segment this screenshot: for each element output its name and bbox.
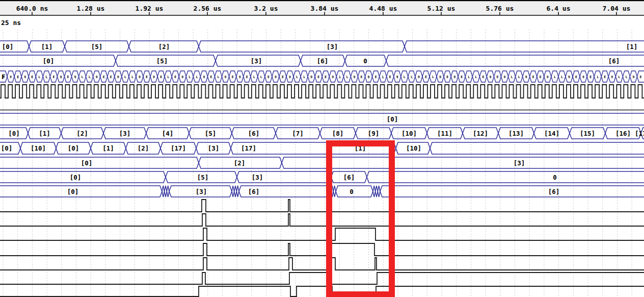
bus-value-label: [10]: [401, 130, 417, 137]
dense-bus-char: 9: [203, 75, 205, 79]
dense-bus-char: E: [425, 75, 427, 79]
dense-bus-char: L: [296, 75, 298, 79]
dense-bus-char: L: [124, 75, 126, 79]
dense-bus-char: L: [618, 75, 620, 79]
bus-value-label: [6]: [343, 174, 355, 181]
timeline-tick-label: 2.56 us: [194, 5, 222, 12]
waveform-viewer: 640.0 ns1.28 us1.92 us2.56 us3.2 us3.84 …: [0, 0, 644, 297]
waveform-canvas[interactable]: 640.0 ns1.28 us1.92 us2.56 us3.2 us3.84 …: [0, 0, 644, 297]
dense-bus-char: 9: [396, 75, 398, 79]
bus-value-label: [9]: [368, 130, 380, 137]
timeline-tick-label: 6.4 us: [547, 5, 571, 12]
dense-bus-char: E: [461, 75, 463, 79]
bus-value-label: [3]: [252, 174, 263, 181]
bus-value-label: [0]: [8, 130, 20, 137]
bus-value-label: [5]: [197, 174, 209, 181]
dense-bus-char: 9: [139, 75, 141, 79]
bus-value-label: [1]: [626, 43, 638, 51]
dense-bus-char: L: [411, 75, 413, 79]
bus-value-label: [3]: [327, 43, 338, 51]
dense-bus-char: L: [260, 75, 262, 79]
dense-bus-char: L: [561, 75, 563, 79]
dense-bus-char: 9: [310, 75, 312, 79]
bus-value-label: [2]: [234, 159, 246, 167]
dense-bus-char: E: [575, 75, 577, 79]
dense-bus-char: E: [31, 75, 33, 79]
dense-bus-char: 9: [10, 75, 12, 79]
dense-bus-char: E: [482, 75, 484, 79]
dense-bus-char: E: [497, 75, 499, 79]
dense-bus-char: E: [52, 75, 55, 79]
dense-bus-char: 9: [354, 75, 356, 79]
bus-value-label: [1]: [102, 144, 114, 152]
dense-bus-char: 9: [632, 75, 634, 79]
dense-bus-char: 9: [453, 75, 455, 79]
dense-bus-char: 9: [368, 75, 370, 79]
dense-bus-char: L: [346, 75, 348, 79]
bus-value-label: [3]: [251, 57, 262, 65]
bus-value-label: [3]: [119, 130, 131, 137]
bus-value-label: [0]: [70, 174, 82, 181]
dense-bus-char: 9: [153, 75, 155, 79]
dense-bus-char: 9: [582, 75, 584, 79]
dense-bus-char: E: [375, 75, 377, 79]
dense-bus-char: 9: [96, 75, 98, 79]
dense-bus-char: L: [511, 75, 513, 79]
dense-bus-char: L: [167, 75, 169, 79]
timeline-tick-label: 1.92 us: [136, 5, 164, 12]
timeline-tick-label: 4.48 us: [369, 5, 397, 12]
dense-bus-char: L: [303, 75, 305, 79]
dense-bus-char: L: [189, 75, 191, 79]
dense-bus-char: L: [597, 75, 599, 79]
dense-bus-char: 9: [289, 75, 291, 79]
bus-value-label: [12]: [473, 130, 488, 137]
timeline-tick-label: 3.2 us: [254, 5, 278, 12]
bus-value-label: [15]: [580, 130, 595, 137]
dense-bus-char: 9: [181, 75, 183, 79]
cursor-position-label: 25 ns: [1, 19, 21, 27]
bus-value-label: [3]: [514, 159, 525, 167]
timeline-tick-label: 7.04 us: [603, 5, 631, 12]
dense-bus-char: L: [131, 75, 133, 79]
bus-value-label: [17]: [171, 144, 186, 152]
dense-bus-char: 9: [117, 75, 119, 79]
dense-bus-char: L: [404, 75, 406, 79]
bus-value-label: [0]: [68, 144, 79, 152]
dense-bus-char: L: [196, 75, 198, 79]
dense-bus-char: E: [146, 75, 148, 79]
timeline-tick-label: 640.0 ns: [16, 5, 48, 12]
timeline-tick-label: 1.28 us: [77, 5, 105, 12]
dense-bus-char: L: [89, 75, 91, 79]
bus-value-label: [6]: [248, 130, 260, 137]
bus-value-label: [1]: [39, 130, 50, 137]
bus-value-label: 0: [350, 188, 354, 195]
bus-value-label: [6]: [317, 57, 329, 65]
bus-value-label: [17]: [241, 144, 256, 152]
dense-bus-char: E: [532, 75, 534, 79]
bus-value-label: 0: [363, 57, 367, 65]
dense-bus-char: 9: [275, 75, 277, 79]
dense-bus-char: E: [446, 75, 448, 79]
dense-bus-char: E: [604, 75, 606, 79]
bus-value-label: [10]: [31, 144, 46, 152]
dense-bus-char: 9: [504, 75, 506, 79]
bus-value-label: [6]: [548, 188, 560, 195]
dense-bus-char: E: [267, 75, 270, 79]
bus-value-label: [0]: [67, 188, 79, 195]
bus-value-label: [8]: [332, 130, 344, 137]
bus-value-label: [7]: [292, 130, 304, 137]
bus-value-label: [11]: [437, 130, 452, 137]
bus-value-label: [0]: [1, 144, 13, 152]
dense-bus-char: L: [518, 75, 520, 79]
bus-value-label: [6]: [608, 57, 620, 65]
dense-bus-char: L: [218, 75, 220, 79]
dense-bus-char: E: [67, 75, 69, 79]
dense-bus-prefix-label: F: [2, 73, 6, 81]
dense-bus-char: E: [246, 75, 248, 79]
dense-bus-char: L: [253, 75, 255, 79]
dense-bus-char: E: [174, 75, 176, 79]
bus-value-label: [2]: [158, 43, 170, 51]
dense-bus-char: 9: [60, 75, 62, 79]
dense-bus-char: 9: [24, 75, 26, 79]
bus-value-label: [2]: [138, 144, 149, 152]
